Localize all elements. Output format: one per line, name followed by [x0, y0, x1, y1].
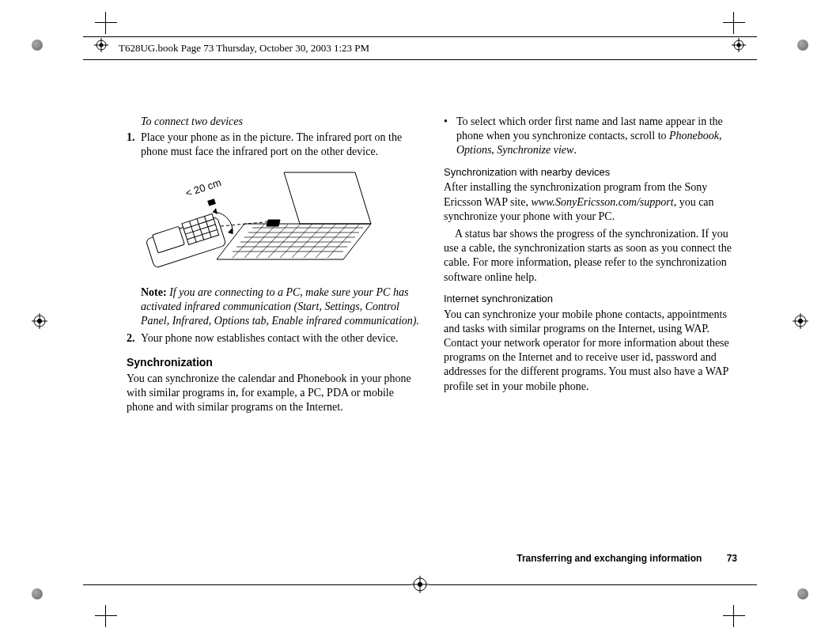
- svg-point-7: [737, 43, 741, 47]
- step-1: 1. Place your phone as in the picture. T…: [127, 130, 420, 159]
- svg-marker-21: [217, 224, 371, 259]
- nearby-paragraph-1: After installing the synchronization pro…: [444, 180, 737, 224]
- svg-marker-50: [213, 208, 218, 214]
- crop-mark-bl: [95, 605, 117, 627]
- subsection-internet: Internet synchronization: [444, 293, 737, 306]
- svg-line-35: [316, 225, 347, 258]
- note-label: Note:: [141, 286, 167, 298]
- procedure-title: To connect two devices: [141, 115, 420, 129]
- svg-line-32: [280, 225, 312, 258]
- printer-dot-tr: [797, 40, 808, 51]
- synchronization-paragraph: You can synchronize the calendar and Pho…: [127, 372, 420, 415]
- svg-point-3: [100, 43, 104, 47]
- registration-mark-left: [32, 313, 47, 329]
- step-2-text: Your phone now establishes contact with …: [141, 331, 420, 346]
- svg-line-34: [304, 225, 335, 258]
- svg-line-30: [256, 225, 288, 258]
- svg-line-28: [233, 225, 264, 258]
- infrared-figure: < 20 cm: [138, 164, 375, 279]
- internet-paragraph: You can synchronize your mobile phone co…: [444, 308, 737, 394]
- svg-point-15: [798, 319, 803, 323]
- printer-dot-bl: [32, 588, 43, 599]
- right-column: • To select which order first name and l…: [444, 115, 737, 544]
- nearby-paragraph-2: A status bar shows the progress of the s…: [444, 227, 737, 285]
- subsection-nearby: Synchronization with nearby devices: [444, 166, 737, 180]
- left-column: To connect two devices 1. Place your pho…: [127, 115, 420, 544]
- bullet-text: To select which order first name and las…: [456, 115, 737, 158]
- svg-text:< 20 cm: < 20 cm: [184, 176, 222, 199]
- svg-marker-20: [284, 172, 371, 224]
- svg-rect-47: [208, 199, 215, 205]
- note-text: If you are connecting to a PC, make sure…: [141, 286, 419, 327]
- step-2-number: 2.: [127, 331, 141, 346]
- svg-line-31: [268, 225, 300, 258]
- crop-mark-br: [723, 605, 745, 627]
- registration-mark-bottom: [411, 576, 429, 593]
- content-area: To connect two devices 1. Place your pho…: [127, 115, 737, 544]
- step-1-text: Place your phone as in the picture. The …: [141, 130, 420, 159]
- header-bar: T628UG.book Page 73 Thursday, October 30…: [83, 36, 757, 60]
- svg-line-29: [244, 225, 276, 258]
- header-text: T628UG.book Page 73 Thursday, October 30…: [119, 42, 369, 55]
- svg-line-33: [292, 225, 324, 258]
- printer-dot-br: [797, 588, 808, 599]
- svg-point-19: [418, 582, 422, 587]
- section-synchronization: Synchronization: [127, 355, 420, 369]
- footer-page-number: 73: [727, 553, 737, 564]
- page-footer: Transferring and exchanging information …: [516, 553, 737, 564]
- svg-marker-37: [267, 220, 280, 226]
- svg-marker-51: [228, 228, 233, 234]
- footer-title: Transferring and exchanging information: [516, 553, 702, 564]
- registration-mark-header-left: [94, 38, 108, 52]
- step-2: 2. Your phone now establishes contact wi…: [127, 331, 420, 346]
- footer-rule: [83, 577, 757, 592]
- bullet-dot: •: [444, 115, 456, 158]
- note: Note: If you are connecting to a PC, mak…: [141, 285, 420, 329]
- crop-mark-tr: [723, 12, 745, 34]
- printer-dot-tl: [32, 40, 43, 51]
- registration-mark-right: [793, 313, 808, 329]
- crop-mark-tl: [95, 12, 117, 34]
- svg-rect-39: [153, 226, 185, 253]
- registration-mark-header-right: [732, 38, 746, 52]
- svg-line-36: [327, 225, 359, 258]
- step-1-number: 1.: [127, 130, 141, 159]
- bullet-item: • To select which order first name and l…: [444, 115, 737, 158]
- svg-point-11: [37, 319, 42, 323]
